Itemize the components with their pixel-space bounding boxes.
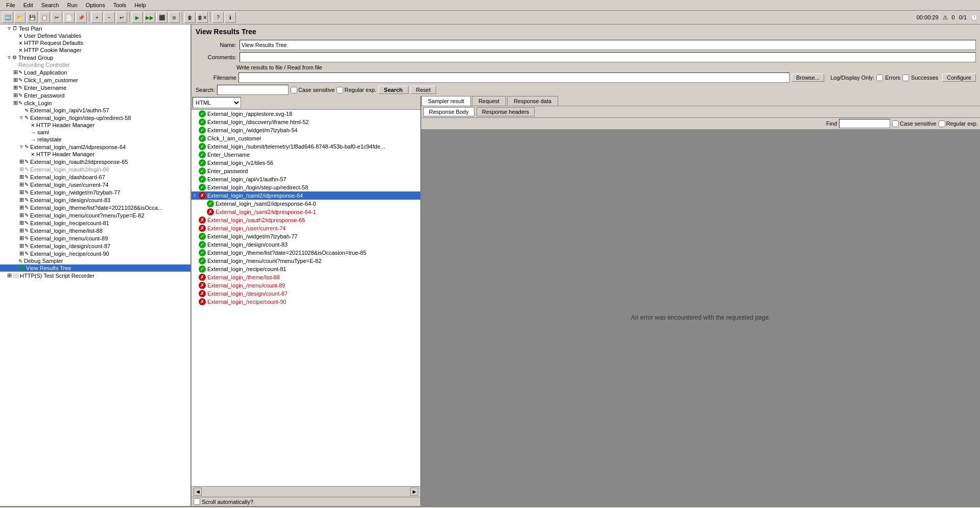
toolbar-save-as[interactable]: 📋 [39, 12, 50, 23]
tree-item-enter-username[interactable]: ⊞ ✎ Enter_Username [0, 84, 190, 91]
toolbar-undo[interactable]: ↩ [116, 12, 127, 23]
result-item-menu-82[interactable]: ✓ External_login_/menu/count?menuType=E-… [192, 257, 420, 265]
scroll-right-btn[interactable]: ▶ [410, 488, 418, 496]
sub-tab-response-body[interactable]: Response Body [423, 107, 474, 116]
tree-item-click-login[interactable]: ⊞ ✎ click_Login [0, 99, 190, 107]
tree-item-http-req-defaults[interactable]: ✕ HTTP Request Defaults [0, 39, 190, 46]
result-item-design-83[interactable]: ✓ External_login_/design/count-83 [192, 240, 420, 249]
result-item-recipe-90[interactable]: ✗ External_login_/recipe/count-90 [192, 298, 420, 306]
tree-item-thread-group[interactable]: ▿ ⚙ Thread Group [0, 54, 190, 61]
result-item-applestorescg[interactable]: ✓ External_login_/applestore.svg-18 [192, 110, 420, 118]
result-item-recipe-81[interactable]: ✓ External_login_/recipe/count-81 [192, 265, 420, 273]
format-select[interactable]: HTML JSON XML Text Regexp Tester [193, 97, 241, 108]
result-item-saml2-64-1[interactable]: ✗ External_login_/saml2/idpresponse-64-1 [192, 208, 420, 216]
tree-item-saml[interactable]: → saml [0, 129, 190, 136]
menu-tools[interactable]: Tools [109, 1, 131, 9]
tree-item-load-app[interactable]: ⊞ ✎ Load_Application [0, 68, 190, 76]
toolbar-paste[interactable]: 📌 [76, 12, 87, 23]
tree-item-ext-recipe-90[interactable]: ⊞ ✎ External_login_/recipe/count-90 [0, 250, 190, 257]
toolbar-copy[interactable]: 📄 [63, 12, 75, 23]
tree-item-ext-user-74[interactable]: ⊞ ✎ External_login_/user/current-74 [0, 181, 190, 188]
comments-input[interactable] [240, 52, 976, 62]
find-regular-exp-checkbox[interactable] [939, 120, 945, 127]
toolbar-open[interactable]: 📂 [14, 12, 26, 23]
scroll-auto-checkbox[interactable] [194, 498, 200, 505]
tree-item-https-recorder[interactable]: ⊞ ⬜ HTTP(S) Test Script Recorder [0, 272, 190, 279]
toolbar-shutdown[interactable]: ⏹ [169, 12, 180, 23]
result-item-saml2-idp-64[interactable]: ▿ ✗ External_login_/saml2/idpresponse-64 [192, 191, 420, 200]
result-item-design-87[interactable]: ✗ External_login_/design/count-87 [192, 289, 420, 298]
result-item-oauth2-idp-65[interactable]: ✗ External_login_/oauth2/idpresponse-65 [192, 216, 420, 224]
toolbar-start-no-pause[interactable]: ▶▶ [144, 12, 155, 23]
case-sensitive-checkbox[interactable] [291, 87, 297, 93]
tree-item-ext-menu-89[interactable]: ⊞ ✎ External_login_/menu/count-89 [0, 234, 190, 242]
sub-tab-response-headers[interactable]: Response headers [476, 107, 535, 116]
successes-checkbox[interactable] [902, 75, 909, 81]
toolbar-remove[interactable]: − [104, 12, 115, 23]
filename-input[interactable] [238, 72, 790, 83]
tree-item-ext-api-authn[interactable]: ✎ External_login_/api/v1/authn-57 [0, 107, 190, 114]
tree-item-http-header-mgr[interactable]: ✕ HTTP Header Manager [0, 122, 190, 129]
toolbar-help[interactable]: ? [212, 12, 224, 23]
result-item-theme-88[interactable]: ✗ External_login_/theme/list-88 [192, 273, 420, 281]
toolbar-save[interactable]: 💾 [27, 12, 38, 23]
scroll-left-btn[interactable]: ◀ [194, 488, 202, 496]
tree-item-test-plan[interactable]: ▿ 🗒 Test Plan [0, 25, 190, 32]
result-item-discovery[interactable]: ✓ External_login_/discovery/iframe.html-… [192, 118, 420, 126]
name-input[interactable] [240, 40, 976, 50]
toolbar-clear-all[interactable]: 🗑✕ [197, 12, 208, 23]
tree-item-ext-theme-88[interactable]: ⊞ ✎ External_login_/theme/list-88 [0, 227, 190, 234]
tree-item-ext-design-87[interactable]: ⊞ ✎ External_login_/design/count-87 [0, 242, 190, 250]
tab-request[interactable]: Request [472, 96, 506, 106]
tree-item-click-i-am[interactable]: ⊞ ✎ Click_I_am_customer [0, 76, 190, 84]
browse-button[interactable]: Browse... [792, 74, 824, 82]
result-item-user-current-74[interactable]: ✗ External_login_/user/current-74 [192, 224, 420, 232]
tree-item-ext-menu-82[interactable]: ⊞ ✎ External_login_/menu/count?menuType=… [0, 211, 190, 219]
toolbar-clear[interactable]: 🗑 [184, 12, 196, 23]
tree-item-http-cookie[interactable]: ✕ HTTP Cookie Manager [0, 46, 190, 54]
menu-help[interactable]: Help [130, 1, 150, 9]
tree-item-ext-oauth2-idp[interactable]: ⊞ ✎ External_login_/oauth2/idpresponse-6… [0, 158, 190, 165]
tree-item-http-header2[interactable]: ✕ HTTP Header Manager [0, 151, 190, 158]
menu-file[interactable]: File [2, 1, 19, 9]
result-item-widget-77[interactable]: ✓ External_login_/widget/m7lzybah-77 [192, 232, 420, 240]
configure-button[interactable]: Configure [942, 74, 976, 82]
tree-item-ext-login-step[interactable]: ▿ ✎ External_login_/login/step-up/redire… [0, 114, 190, 122]
regular-exp-checkbox[interactable] [337, 87, 343, 93]
tree-item-user-vars[interactable]: ✕ User Defined Variables [0, 32, 190, 39]
result-item-saml2-64-0[interactable]: ✓ External_login_/saml2/idpresponse-64-0 [192, 200, 420, 208]
tree-item-recording-ctrl[interactable]: Recording Controller [0, 61, 190, 68]
toolbar-add[interactable]: + [91, 12, 103, 23]
toolbar-stop[interactable]: ⬛ [156, 12, 168, 23]
result-item-tiles-56[interactable]: ✓ External_login_/v1/tiles-56 [192, 159, 420, 167]
tree-item-ext-oauth2-login[interactable]: ⊞ ✎ External_login_/oauth2/login-66 [0, 165, 190, 173]
tab-response-data[interactable]: Response data [507, 96, 558, 106]
tree-item-ext-recipe-81[interactable]: ⊞ ✎ External_login_/recipe/count-81 [0, 219, 190, 227]
errors-checkbox[interactable] [876, 75, 883, 81]
result-item-theme-list-85[interactable]: ✓ External_login_/theme/list?date=202110… [192, 249, 420, 257]
result-item-api-authn-57[interactable]: ✓ External_login_/api/v1/authn-57 [192, 175, 420, 183]
result-item-menu-89[interactable]: ✗ External_login_/menu/count-89 [192, 281, 420, 289]
result-item-enter-password[interactable]: ✓ Enter_password [192, 167, 420, 175]
tree-item-ext-widget-77[interactable]: ⊞ ✎ External_login_/widget/m7lzybah-77 [0, 188, 190, 196]
result-item-submit-telemetry[interactable]: ✓ External_login_/submit/telemetry/1f8ad… [192, 142, 420, 151]
tree-item-enter-password[interactable]: ⊞ ✎ Enter_password [0, 91, 190, 99]
menu-edit[interactable]: Edit [19, 1, 37, 9]
menu-options[interactable]: Options [82, 1, 109, 9]
tree-item-ext-dashboard[interactable]: ⊞ ✎ External_login_/dashboard-67 [0, 173, 190, 181]
search-input[interactable] [217, 85, 289, 95]
tree-item-ext-saml2[interactable]: ▿ ✎ External_login_/saml2/idpresponse-64 [0, 143, 190, 151]
result-item-enter-username[interactable]: ✓ Enter_Username [192, 151, 420, 159]
menu-run[interactable]: Run [63, 1, 82, 9]
result-item-widget-m7[interactable]: ✓ External_login_/widget/m7lzybah-54 [192, 126, 420, 134]
tree-item-ext-theme-list[interactable]: ⊞ ✎ External_login_/theme/list?date=2021… [0, 204, 190, 211]
tab-sampler-result[interactable]: Sampler result [421, 96, 471, 106]
tree-item-debug-sampler[interactable]: ✎ Debug Sampler [0, 257, 190, 264]
toolbar-start[interactable]: ▶ [132, 12, 143, 23]
tree-item-ext-design-83[interactable]: ⊞ ✎ External_login_/design/count-83 [0, 196, 190, 204]
find-case-sensitive-checkbox[interactable] [892, 120, 899, 127]
toolbar-cut[interactable]: ✂ [51, 12, 62, 23]
reset-button[interactable]: Reset [411, 86, 437, 94]
search-button[interactable]: Search [378, 86, 409, 94]
result-item-step-up-58[interactable]: ✓ External_login_/login/step-up/redirect… [192, 183, 420, 191]
